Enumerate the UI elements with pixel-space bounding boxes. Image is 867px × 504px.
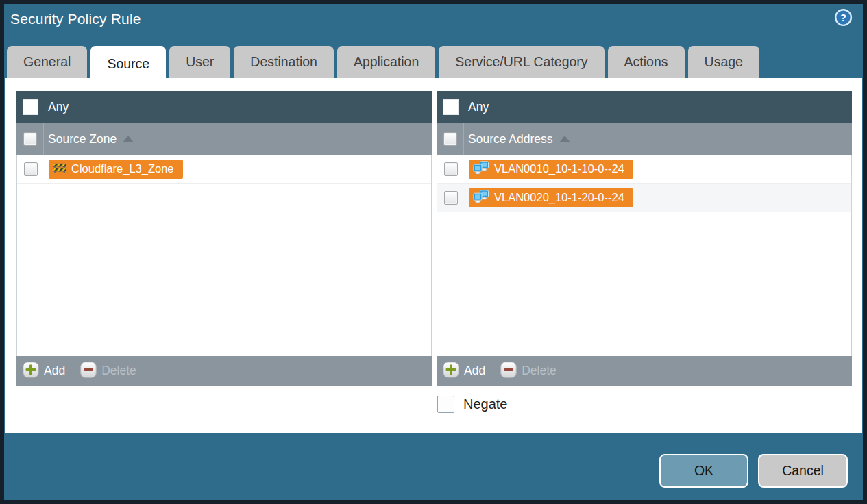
source-address-row-checkbox[interactable] <box>444 162 458 176</box>
tab-actions[interactable]: Actions <box>608 46 685 78</box>
sort-ascending-icon <box>123 136 134 142</box>
tab-user[interactable]: User <box>169 46 230 78</box>
source-zone-list: Cloudflare_L3_Zone <box>16 155 432 356</box>
tab-general[interactable]: General <box>7 46 87 78</box>
address-item-label: VLAN0010_10-1-10-0--24 <box>494 162 624 175</box>
source-address-add-button[interactable]: Add <box>443 362 485 381</box>
add-plus-icon <box>443 362 459 381</box>
address-icon <box>473 161 489 177</box>
row-checkbox-cell <box>437 191 465 205</box>
ok-button[interactable]: OK <box>659 454 748 488</box>
source-address-list: VLAN0010_10-1-10-0--24 <box>437 155 852 356</box>
delete-button-label: Delete <box>101 364 136 378</box>
negate-row: Negate <box>437 396 508 413</box>
row-checkbox-cell <box>17 162 45 176</box>
address-item-badge[interactable]: VLAN0020_10-1-20-0--24 <box>469 188 633 207</box>
cancel-button[interactable]: Cancel <box>758 454 848 488</box>
svg-text:?: ? <box>840 12 846 23</box>
source-address-select-all-checkbox[interactable] <box>443 132 457 146</box>
delete-minus-icon <box>500 362 517 381</box>
source-address-column-header[interactable]: Source Address <box>437 123 852 155</box>
source-address-panel: Any Source Address <box>437 91 852 386</box>
tab-application[interactable]: Application <box>337 46 435 78</box>
address-item-label: VLAN0020_10-1-20-0--24 <box>494 191 624 204</box>
header-checkbox-cell <box>16 123 44 155</box>
source-address-toolbar: Add Delete <box>437 356 852 386</box>
source-zone-row-checkbox[interactable] <box>24 162 38 176</box>
zone-icon <box>53 162 66 176</box>
zone-item-badge[interactable]: Cloudflare_L3_Zone <box>49 160 183 179</box>
source-address-any-checkbox[interactable] <box>443 99 459 115</box>
source-address-any-row: Any <box>437 91 852 123</box>
source-zone-column-header[interactable]: Source Zone <box>16 123 432 155</box>
source-zone-row[interactable]: Cloudflare_L3_Zone <box>17 155 431 184</box>
tab-service-url-category[interactable]: Service/URL Category <box>439 46 604 78</box>
add-plus-icon <box>23 362 39 381</box>
tab-usage[interactable]: Usage <box>688 46 759 78</box>
source-zone-panel: Any Source Zone <box>16 91 432 386</box>
source-zone-delete-button[interactable]: Delete <box>80 362 136 381</box>
tab-bar: General Source User Destination Applicat… <box>7 46 759 78</box>
source-zone-add-button[interactable]: Add <box>23 362 65 381</box>
add-button-label: Add <box>44 364 65 378</box>
checkbox-column-divider <box>45 155 45 356</box>
source-address-column-label: Source Address <box>468 132 553 147</box>
source-address-any-label: Any <box>468 100 489 114</box>
negate-label: Negate <box>463 396 508 412</box>
negate-checkbox[interactable] <box>437 396 454 413</box>
dialog-title: Security Policy Rule <box>10 11 141 27</box>
tab-source[interactable]: Source <box>90 46 166 82</box>
source-zone-select-all-checkbox[interactable] <box>23 132 37 146</box>
source-address-row-checkbox[interactable] <box>444 191 458 205</box>
address-item-badge[interactable]: VLAN0010_10-1-10-0--24 <box>469 160 633 179</box>
source-zone-any-label: Any <box>48 100 69 114</box>
source-zone-any-checkbox[interactable] <box>23 99 38 115</box>
source-address-delete-button[interactable]: Delete <box>500 362 557 381</box>
source-address-row[interactable]: VLAN0010_10-1-10-0--24 <box>437 155 851 184</box>
source-address-row[interactable]: VLAN0020_10-1-20-0--24 <box>437 184 851 212</box>
address-icon <box>473 190 489 206</box>
delete-button-label: Delete <box>522 364 557 378</box>
delete-minus-icon <box>80 362 97 381</box>
security-policy-rule-dialog: Security Policy Rule ? General Source Us… <box>0 0 867 504</box>
add-button-label: Add <box>464 364 485 378</box>
sort-ascending-icon <box>559 136 570 142</box>
source-zone-any-row: Any <box>16 91 432 123</box>
tab-destination[interactable]: Destination <box>234 46 334 78</box>
zone-item-label: Cloudflare_L3_Zone <box>71 162 174 175</box>
row-checkbox-cell <box>437 162 465 176</box>
help-icon[interactable]: ? <box>834 8 853 27</box>
source-zone-column-label: Source Zone <box>48 132 117 147</box>
source-tab-content: Any Source Zone <box>5 78 862 433</box>
header-checkbox-cell <box>437 123 464 155</box>
source-zone-toolbar: Add Delete <box>16 356 432 386</box>
